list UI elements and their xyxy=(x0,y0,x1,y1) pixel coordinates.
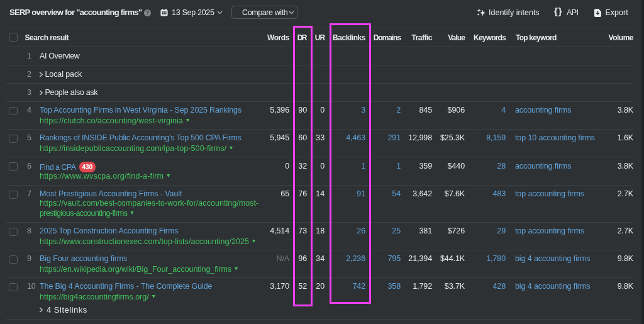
svg-text:?: ? xyxy=(146,9,149,16)
